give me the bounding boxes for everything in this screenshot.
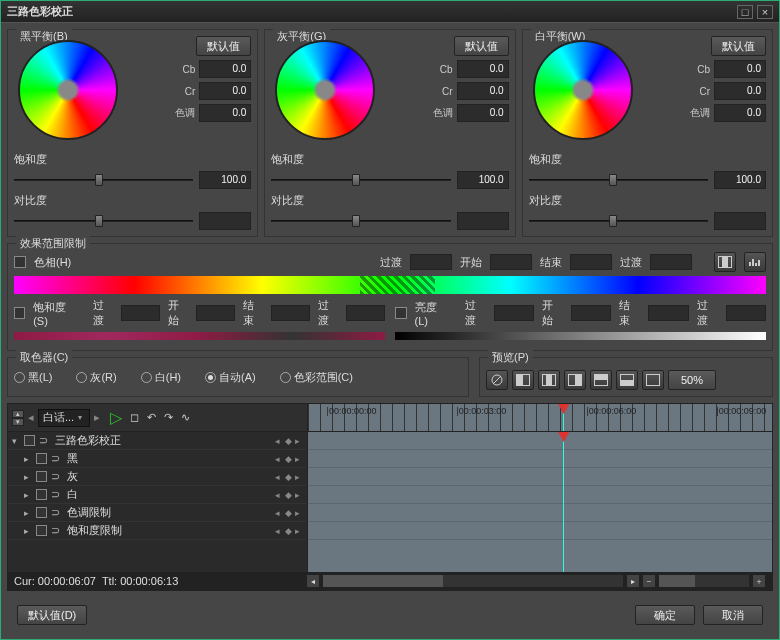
split-left-icon[interactable] [512,370,534,390]
loop-icon[interactable]: ◻ [130,411,139,424]
add-key-icon[interactable]: ◆ [285,437,293,445]
contrast-slider-gray[interactable] [271,213,450,229]
track-row[interactable]: ▸ ⊃ 色调限制 ◂◆▸ [8,504,307,522]
hue-end[interactable] [570,254,612,270]
color-wheel-gray[interactable] [271,36,383,148]
sat-strip[interactable] [14,332,385,340]
split-top-icon[interactable] [590,370,612,390]
track-row[interactable]: ▸ ⊃ 饱和度限制 ◂◆▸ [8,522,307,540]
split-bottom-icon[interactable] [616,370,638,390]
next-key-icon[interactable]: ▸ [295,437,303,445]
preset-combo[interactable]: 白话... [38,409,90,427]
sat-input-white[interactable]: 100.0 [714,171,766,189]
track-enable-checkbox[interactable] [24,435,35,446]
sat-trans2[interactable] [346,305,385,321]
maximize-icon[interactable]: □ [737,5,753,19]
track-enable-checkbox[interactable] [36,453,47,464]
hue-input-gray[interactable]: 0.0 [457,104,509,122]
add-key-icon[interactable]: ◆ [285,527,293,535]
sat-start[interactable] [196,305,235,321]
track-lanes[interactable] [308,432,772,572]
hue-trans1[interactable] [410,254,452,270]
expand-icon[interactable]: ▸ [24,526,32,536]
track-row[interactable]: ▸ ⊃ 白 ◂◆▸ [8,486,307,504]
default-button[interactable]: 默认值(D) [17,605,87,625]
sat-input-gray[interactable]: 100.0 [457,171,509,189]
prev-key-icon[interactable]: ◂ [275,455,283,463]
contrast-slider-white[interactable] [529,213,708,229]
timeline-ruler[interactable]: |00:00:00:00|00:00:03:00|00:00:06:00|00:… [308,404,772,431]
picker-radio-2[interactable]: 白(H) [141,370,181,385]
expand-icon[interactable]: ▸ [24,508,32,518]
split-center-icon[interactable] [538,370,560,390]
cancel-button[interactable]: 取消 [703,605,763,625]
color-wheel-white[interactable] [529,36,641,148]
close-icon[interactable]: × [757,5,773,19]
prev-key-icon[interactable]: ◂ [275,491,283,499]
eyedropper-disable-icon[interactable] [486,370,508,390]
range-rect-icon[interactable] [714,252,736,272]
contrast-slider-black[interactable] [14,213,193,229]
cr-input-black[interactable]: 0.0 [199,82,251,100]
contrast-input-white[interactable] [714,212,766,230]
prev-key-icon[interactable]: ◂ [275,473,283,481]
curve-icon[interactable]: ∿ [181,411,190,424]
lum-end[interactable] [648,305,688,321]
default-button-black[interactable]: 默认值 [196,36,251,56]
expand-icon[interactable]: ▸ [24,454,32,464]
reset-icon[interactable]: ⊃ [51,470,63,483]
reset-icon[interactable]: ⊃ [51,506,63,519]
track-enable-checkbox[interactable] [36,507,47,518]
hue-checkbox[interactable] [14,256,26,268]
cr-input-white[interactable]: 0.0 [714,82,766,100]
picker-radio-0[interactable]: 黑(L) [14,370,52,385]
lum-strip[interactable] [395,332,766,340]
hue-trans2[interactable] [650,254,692,270]
preview-percent[interactable]: 50% [668,370,716,390]
lum-start[interactable] [571,305,611,321]
lum-trans2[interactable] [726,305,766,321]
track-row[interactable]: ▸ ⊃ 灰 ◂◆▸ [8,468,307,486]
hue-input-white[interactable]: 0.0 [714,104,766,122]
reset-icon[interactable]: ⊃ [51,452,63,465]
add-key-icon[interactable]: ◆ [285,455,293,463]
cb-input-gray[interactable]: 0.0 [457,60,509,78]
add-key-icon[interactable]: ◆ [285,509,293,517]
track-enable-checkbox[interactable] [36,489,47,500]
default-button-gray[interactable]: 默认值 [454,36,509,56]
histogram-icon[interactable] [744,252,766,272]
timeline-scrollbar[interactable]: ◂▸ −＋ [306,574,766,588]
sat-checkbox[interactable] [14,307,25,319]
titlebar[interactable]: 三路色彩校正 □ × [1,1,779,23]
sat-slider-gray[interactable] [271,172,450,188]
track-row[interactable]: ▸ ⊃ 黑 ◂◆▸ [8,450,307,468]
play-icon[interactable]: ▷ [110,408,122,427]
track-enable-checkbox[interactable] [36,471,47,482]
sat-end[interactable] [271,305,310,321]
next-key-icon[interactable]: ▸ [295,509,303,517]
track-stepper[interactable]: ▴▾ [12,410,24,426]
cb-input-white[interactable]: 0.0 [714,60,766,78]
next-key-icon[interactable]: ▸ [295,527,303,535]
color-wheel-black[interactable] [14,36,126,148]
picker-radio-3[interactable]: 自动(A) [205,370,256,385]
contrast-input-black[interactable] [199,212,251,230]
sat-slider-black[interactable] [14,172,193,188]
reset-icon[interactable]: ⊃ [51,524,63,537]
cb-input-black[interactable]: 0.0 [199,60,251,78]
expand-icon[interactable]: ▾ [12,436,20,446]
next-key-icon[interactable]: ▸ [295,455,303,463]
contrast-input-gray[interactable] [457,212,509,230]
lum-trans1[interactable] [494,305,534,321]
expand-icon[interactable]: ▸ [24,472,32,482]
track-enable-checkbox[interactable] [36,525,47,536]
redo-icon[interactable]: ↷ [164,411,173,424]
ok-button[interactable]: 确定 [635,605,695,625]
default-button-white[interactable]: 默认值 [711,36,766,56]
add-key-icon[interactable]: ◆ [285,473,293,481]
split-right-icon[interactable] [564,370,586,390]
next-key-icon[interactable]: ▸ [295,491,303,499]
hue-input-black[interactable]: 0.0 [199,104,251,122]
cr-input-gray[interactable]: 0.0 [457,82,509,100]
split-full-icon[interactable] [642,370,664,390]
